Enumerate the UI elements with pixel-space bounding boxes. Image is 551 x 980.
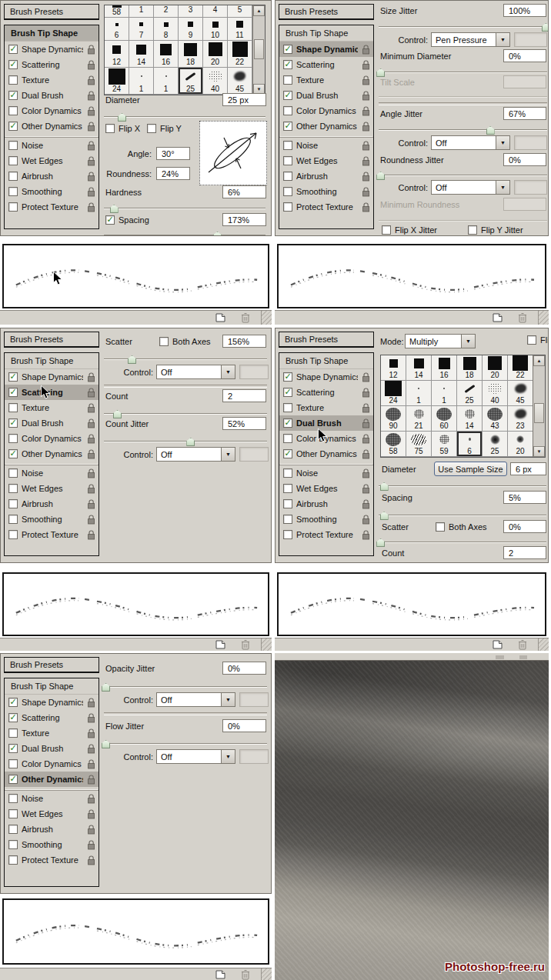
item-checkbox[interactable] <box>283 403 292 412</box>
lock-icon[interactable] <box>87 403 95 413</box>
item-checkbox[interactable] <box>8 172 18 181</box>
resize-grip[interactable] <box>261 638 272 651</box>
opacity-jitter-value[interactable]: 0% <box>222 662 266 675</box>
item-checkbox[interactable] <box>283 187 292 196</box>
sidebar-item[interactable]: ✓ Shape Dynamics <box>5 369 99 385</box>
dropdown-arrow-icon[interactable]: ▼ <box>221 693 235 706</box>
diameter-slider[interactable] <box>379 482 546 491</box>
flip-checkbox[interactable]: Flip <box>527 335 549 345</box>
brush-preset-thumb[interactable]: 45 <box>228 68 252 95</box>
item-checkbox[interactable] <box>8 855 18 865</box>
sidebar-item[interactable]: Airbrush <box>279 496 373 512</box>
flip-x-checkbox[interactable]: Flip X <box>105 124 140 133</box>
slider-thumb[interactable] <box>380 482 389 491</box>
slider-thumb[interactable] <box>542 23 549 32</box>
sidebar-item[interactable]: Airbrush <box>5 168 99 184</box>
size-control-dropdown[interactable]: Pen Pressure▼ <box>431 32 510 47</box>
brush-preset-thumb[interactable]: 5 <box>228 5 252 18</box>
item-checkbox[interactable]: ✓ <box>283 122 292 131</box>
brush-preset-thumb[interactable]: 1 <box>406 381 432 406</box>
slider-thumb[interactable] <box>102 683 110 692</box>
count-value[interactable]: 2 <box>222 389 266 402</box>
brush-preset-thumb[interactable]: 90 <box>381 406 406 432</box>
sidebar-item[interactable]: Texture <box>279 400 373 415</box>
brush-preset-thumb[interactable]: 1 <box>154 68 179 95</box>
item-checkbox[interactable] <box>8 468 18 478</box>
both-axes-checkbox[interactable]: Both Axes <box>436 522 487 532</box>
sidebar-item[interactable]: ✓ Other Dynamics <box>279 446 373 462</box>
flow-control-dropdown[interactable]: Off▼ <box>156 749 235 764</box>
grid-scrollbar[interactable]: ▲ ▼ <box>533 355 545 457</box>
brush-preset-thumb[interactable]: 25 <box>457 381 483 406</box>
sidebar-item[interactable]: Wet Edges <box>5 153 99 168</box>
flip-y-jitter-checkbox[interactable]: Flip Y Jitter <box>468 225 523 235</box>
lock-icon[interactable] <box>362 468 370 478</box>
lock-icon[interactable] <box>87 855 95 865</box>
lock-icon[interactable] <box>362 499 370 509</box>
dropdown-arrow-icon[interactable]: ▼ <box>461 335 475 348</box>
lock-icon[interactable] <box>87 75 95 85</box>
lock-icon[interactable] <box>362 403 370 413</box>
item-checkbox[interactable] <box>8 106 18 115</box>
use-sample-size-button[interactable]: Use Sample Size <box>434 462 507 476</box>
roundness-jitter-value[interactable]: 0% <box>503 153 546 166</box>
spacing-value[interactable]: 5% <box>503 491 546 504</box>
sidebar-item[interactable]: Protect Texture <box>279 527 373 542</box>
lock-icon[interactable] <box>87 530 95 540</box>
angle-value[interactable]: 30° <box>156 147 190 160</box>
resize-grip[interactable] <box>538 311 549 325</box>
slider-thumb[interactable] <box>380 512 389 520</box>
new-brush-icon[interactable] <box>493 640 503 649</box>
diameter-value[interactable]: 6 px <box>510 462 546 475</box>
sidebar-item[interactable]: Texture <box>5 400 99 415</box>
angle-jitter-value[interactable]: 67% <box>503 107 546 120</box>
sidebar-item[interactable]: Protect Texture <box>279 199 373 215</box>
spacing-checkbox[interactable]: ✓Spacing <box>105 215 149 225</box>
new-brush-icon[interactable] <box>215 313 225 322</box>
slider-thumb[interactable] <box>486 126 495 135</box>
brush-preset-thumb[interactable]: 22 <box>508 355 533 381</box>
brush-preset-thumb[interactable]: 1 <box>129 5 154 18</box>
sidebar-item[interactable]: ✓ Scattering <box>5 57 99 72</box>
item-checkbox[interactable]: ✓ <box>283 372 292 382</box>
lock-icon[interactable] <box>362 418 370 428</box>
item-checkbox[interactable] <box>8 515 18 524</box>
sidebar-item[interactable]: Smoothing <box>279 512 373 527</box>
slider-thumb[interactable] <box>376 68 385 77</box>
diameter-value[interactable]: 25 px <box>222 93 266 106</box>
item-checkbox[interactable] <box>8 825 18 834</box>
brush-preset-thumb[interactable]: 1 <box>129 68 154 95</box>
sidebar-item[interactable]: ✓ Shape Dynamics <box>279 369 373 385</box>
scroll-up-icon[interactable]: ▲ <box>253 5 265 16</box>
lock-icon[interactable] <box>87 434 95 444</box>
lock-icon[interactable] <box>87 449 95 459</box>
sidebar-item-brush-presets[interactable]: Brush Presets <box>4 657 99 673</box>
item-checkbox[interactable] <box>283 530 292 539</box>
lock-icon[interactable] <box>87 499 95 509</box>
sidebar-item[interactable]: Smoothing <box>5 184 99 199</box>
lock-icon[interactable] <box>87 122 95 132</box>
slider-thumb[interactable] <box>110 205 119 213</box>
lock-icon[interactable] <box>87 91 95 101</box>
sidebar-item-brush-tip-shape[interactable]: Brush Tip Shape <box>5 25 99 42</box>
flip-y-checkbox[interactable]: Flip Y <box>147 124 182 133</box>
item-checkbox[interactable]: ✓ <box>283 449 292 458</box>
brush-preset-thumb[interactable]: 20 <box>203 41 228 68</box>
angle-jitter-slider[interactable] <box>379 125 547 135</box>
brush-preset-thumb[interactable]: 3 <box>179 5 203 18</box>
sidebar-item[interactable]: Protect Texture <box>5 852 99 868</box>
lock-icon[interactable] <box>362 91 370 101</box>
brush-preset-thumb[interactable]: 43 <box>483 406 508 432</box>
grid-scrollbar[interactable]: ▲ ▼ <box>252 5 265 95</box>
lock-icon[interactable] <box>362 434 370 444</box>
brush-preset-thumb[interactable]: 20 <box>483 355 508 381</box>
count-jitter-value[interactable]: 52% <box>222 417 266 430</box>
item-checkbox[interactable] <box>283 106 292 115</box>
sidebar-item-brush-tip-shape[interactable]: Brush Tip Shape <box>5 353 99 369</box>
delete-brush-icon[interactable] <box>241 639 250 650</box>
brush-preset-thumb[interactable]: 18 <box>457 355 483 381</box>
sidebar-item[interactable]: ✓ Other Dynamics <box>279 118 373 134</box>
item-checkbox[interactable] <box>8 141 18 150</box>
lock-icon[interactable] <box>87 106 95 116</box>
brush-preset-thumb[interactable]: 18 <box>179 41 203 68</box>
